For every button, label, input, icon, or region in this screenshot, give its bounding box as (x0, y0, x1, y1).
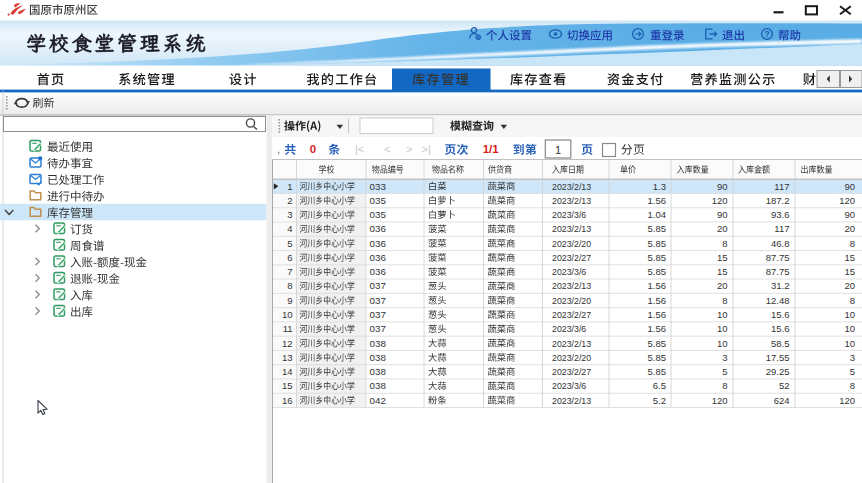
svg-text:038: 038 (370, 380, 387, 391)
svg-text:5.85: 5.85 (648, 252, 667, 263)
svg-text:15: 15 (844, 266, 855, 277)
svg-text:52: 52 (779, 380, 790, 391)
svg-text:2023/3/6: 2023/3/6 (552, 210, 586, 220)
svg-text:9: 9 (287, 295, 292, 306)
svg-text:8: 8 (722, 295, 727, 306)
svg-text:3: 3 (287, 209, 292, 220)
svg-text:1.56: 1.56 (648, 280, 667, 291)
svg-text:12: 12 (282, 338, 293, 349)
svg-text:2023/2/13: 2023/2/13 (552, 281, 591, 291)
svg-text:624: 624 (774, 395, 790, 406)
svg-text:17.55: 17.55 (766, 352, 790, 363)
svg-text:2023/2/13: 2023/2/13 (552, 182, 591, 192)
svg-text:20: 20 (717, 223, 728, 234)
svg-text:15: 15 (717, 252, 728, 263)
svg-text:14: 14 (282, 366, 293, 377)
svg-text:1/1: 1/1 (483, 143, 500, 155)
svg-text:8: 8 (850, 295, 855, 306)
svg-text:12.48: 12.48 (766, 295, 790, 306)
svg-text:2023/3/6: 2023/3/6 (552, 267, 586, 277)
svg-text:15.6: 15.6 (771, 309, 790, 320)
svg-text:11: 11 (283, 323, 293, 334)
svg-text:10: 10 (844, 338, 855, 349)
svg-text:5: 5 (722, 366, 727, 377)
svg-text:10: 10 (844, 323, 855, 334)
svg-text:93.6: 93.6 (771, 209, 790, 220)
svg-text:10: 10 (844, 309, 855, 320)
svg-text:6: 6 (287, 252, 292, 263)
svg-text:037: 037 (370, 309, 386, 320)
svg-text:038: 038 (370, 366, 387, 377)
svg-text:042: 042 (370, 395, 386, 406)
svg-text:036: 036 (370, 266, 387, 277)
svg-text:1.3: 1.3 (653, 181, 666, 192)
svg-text:90: 90 (717, 181, 728, 192)
svg-text:033: 033 (370, 181, 387, 192)
svg-text:1.56: 1.56 (648, 323, 667, 334)
svg-text:5.85: 5.85 (648, 266, 667, 277)
svg-text:6.5: 6.5 (653, 380, 666, 391)
svg-text:0: 0 (310, 143, 316, 155)
svg-text:10: 10 (717, 338, 728, 349)
svg-text:037: 037 (370, 295, 386, 306)
svg-text:036: 036 (370, 252, 387, 263)
svg-text:8: 8 (850, 238, 855, 249)
svg-text:10: 10 (717, 309, 728, 320)
svg-text:8: 8 (722, 380, 727, 391)
svg-text:15: 15 (282, 380, 293, 391)
svg-text:5: 5 (850, 366, 855, 377)
svg-text:035: 035 (370, 209, 387, 220)
svg-text:5.85: 5.85 (648, 223, 667, 234)
svg-text:90: 90 (844, 209, 855, 220)
svg-text:3: 3 (722, 352, 727, 363)
svg-text:120: 120 (839, 195, 855, 206)
svg-text:,: , (277, 143, 280, 155)
svg-text:2023/2/20: 2023/2/20 (552, 239, 591, 249)
svg-text:2023/2/20: 2023/2/20 (552, 353, 591, 363)
svg-text:1.04: 1.04 (648, 209, 667, 220)
svg-text:1.56: 1.56 (648, 195, 667, 206)
svg-text:2023/2/27: 2023/2/27 (552, 253, 591, 263)
svg-text:20: 20 (844, 280, 855, 291)
svg-text:1.56: 1.56 (648, 309, 667, 320)
svg-text:7: 7 (287, 266, 292, 277)
svg-text:8: 8 (287, 280, 292, 291)
svg-text:90: 90 (844, 181, 855, 192)
svg-text:58.5: 58.5 (771, 338, 790, 349)
svg-text:117: 117 (774, 223, 789, 234)
svg-text:46.8: 46.8 (771, 238, 790, 249)
svg-text:117: 117 (774, 181, 789, 192)
svg-text:13: 13 (282, 352, 293, 363)
svg-text:<: < (384, 143, 390, 155)
svg-text:3: 3 (850, 352, 855, 363)
svg-text:2023/3/6: 2023/3/6 (552, 381, 586, 391)
svg-text:20: 20 (717, 280, 728, 291)
svg-text:2023/3/6: 2023/3/6 (552, 324, 586, 334)
svg-text:>: > (406, 143, 412, 155)
svg-text:2023/2/13: 2023/2/13 (552, 396, 591, 406)
svg-text:2023/2/13: 2023/2/13 (552, 196, 591, 206)
svg-text:?: ? (764, 29, 770, 39)
svg-text:15: 15 (844, 252, 855, 263)
svg-text:2: 2 (287, 195, 292, 206)
svg-text:036: 036 (370, 238, 387, 249)
svg-text:2023/2/27: 2023/2/27 (552, 310, 591, 320)
svg-text:5.85: 5.85 (648, 366, 667, 377)
svg-text:038: 038 (370, 352, 387, 363)
svg-text:1: 1 (287, 181, 292, 192)
svg-text:29.25: 29.25 (766, 366, 790, 377)
svg-text:10: 10 (717, 323, 728, 334)
svg-text:5.85: 5.85 (648, 352, 667, 363)
svg-text:120: 120 (712, 395, 728, 406)
svg-text:5.85: 5.85 (648, 338, 667, 349)
svg-text:|<: |< (355, 143, 364, 155)
svg-text:5.85: 5.85 (648, 238, 667, 249)
svg-text:8: 8 (722, 238, 727, 249)
svg-text:037: 037 (370, 280, 386, 291)
svg-text:31.2: 31.2 (771, 280, 790, 291)
svg-text:2023/2/13: 2023/2/13 (552, 339, 591, 349)
svg-text:16: 16 (282, 395, 293, 406)
svg-text:2023/2/20: 2023/2/20 (552, 296, 591, 306)
svg-text:1.56: 1.56 (648, 295, 667, 306)
svg-text:20: 20 (844, 223, 855, 234)
